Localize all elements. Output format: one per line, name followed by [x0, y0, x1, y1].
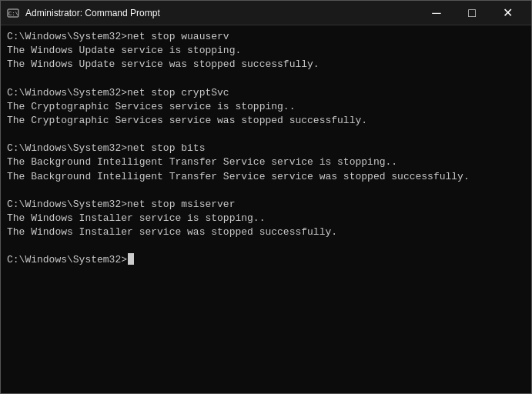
terminal-line: C:\Windows\System32>net stop cryptSvc	[7, 86, 525, 100]
terminal-line: C:\Windows\System32>net stop wuauserv	[7, 30, 525, 44]
terminal-line: The Cryptographic Services service was s…	[7, 114, 525, 128]
terminal-line: C:\Windows\System32>net stop msiserver	[7, 198, 525, 212]
terminal-line: The Windows Installer service is stoppin…	[7, 212, 525, 225]
terminal-prompt-line: C:\Windows\System32>	[7, 253, 525, 267]
window: C:\ Administrator: Command Prompt ─ □ ✕ …	[0, 0, 532, 394]
window-title: Administrator: Command Prompt	[25, 8, 419, 18]
window-controls: ─ □ ✕	[419, 1, 525, 25]
terminal-blank-line	[7, 184, 525, 198]
terminal-blank-line	[7, 72, 525, 86]
terminal-blank-line	[7, 128, 525, 142]
minimize-button[interactable]: ─	[419, 1, 454, 25]
maximize-button[interactable]: □	[454, 1, 490, 25]
terminal-line: The Background Intelligent Transfer Serv…	[7, 170, 525, 184]
terminal-line: The Background Intelligent Transfer Serv…	[7, 155, 525, 169]
terminal-body[interactable]: C:\Windows\System32>net stop wuauservThe…	[1, 25, 531, 393]
svg-text:C:\: C:\	[8, 11, 18, 17]
terminal-line: C:\Windows\System32>net stop bits	[7, 142, 525, 155]
title-bar: C:\ Administrator: Command Prompt ─ □ ✕	[1, 1, 531, 25]
app-icon: C:\	[7, 7, 19, 19]
terminal-line: The Windows Installer service was stoppe…	[7, 225, 525, 239]
terminal-line: The Cryptographic Services service is st…	[7, 100, 525, 114]
terminal-blank-line	[7, 239, 525, 253]
terminal-line: The Windows Update service was stopped s…	[7, 58, 525, 72]
terminal-cursor	[128, 253, 134, 265]
close-button[interactable]: ✕	[490, 1, 525, 25]
terminal-line: The Windows Update service is stopping.	[7, 44, 525, 58]
